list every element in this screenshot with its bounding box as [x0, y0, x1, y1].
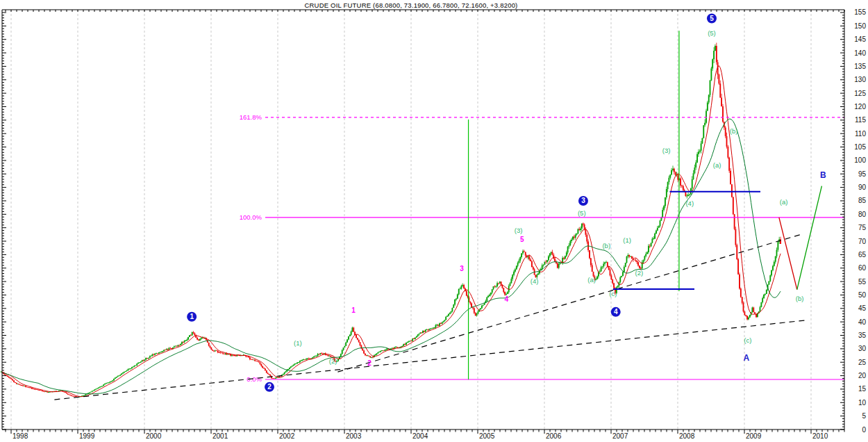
- y-axis-label: 20: [858, 372, 867, 379]
- y-axis-label: 145: [854, 35, 866, 43]
- wave-circle-number: 3: [581, 197, 585, 204]
- up-candle-bodies: [1, 46, 780, 398]
- y-axis-label: 40: [858, 318, 867, 326]
- subwave-label: (c): [744, 336, 751, 344]
- subwave-label: (5): [578, 209, 586, 217]
- subwave-label: (4): [685, 199, 694, 207]
- subwave-label: (a): [587, 276, 596, 284]
- minor-wave-number: 1: [351, 306, 356, 314]
- minor-wave-number: 5: [520, 236, 524, 243]
- wave-circle-number: 4: [614, 308, 618, 316]
- y-axis-label: 35: [858, 332, 867, 339]
- subwave-label: (b): [796, 295, 804, 302]
- fib-label: 161.8%: [240, 113, 262, 121]
- subwave-label: (2): [635, 269, 644, 277]
- y-axis-label: 85: [858, 197, 867, 204]
- y-axis-label: 105: [854, 143, 866, 151]
- subwave-label: (1): [294, 339, 302, 347]
- y-axis-label: 135: [854, 63, 866, 70]
- y-axis-label: 75: [858, 224, 867, 231]
- forecast-line: [797, 186, 822, 290]
- y-axis-label: 0: [862, 426, 866, 434]
- subwave-label: (2): [329, 357, 337, 365]
- x-axis-label: 1999: [79, 432, 95, 440]
- subwave-label: (a): [780, 198, 788, 206]
- y-axis-label: 100: [854, 156, 866, 164]
- y-axis-label: 95: [858, 170, 867, 178]
- wave-circle-number: 1: [190, 313, 194, 320]
- y-axis-label: 30: [858, 345, 867, 352]
- forecast-line: [779, 218, 797, 290]
- subwave-label: (5): [708, 29, 716, 37]
- subwave-label: (b): [730, 127, 738, 135]
- y-axis-label: 150: [854, 22, 866, 30]
- y-axis-label: 10: [858, 399, 867, 407]
- x-axis-label: 2006: [546, 432, 562, 440]
- x-axis-label: 2005: [479, 432, 495, 440]
- minor-wave-number: 2: [367, 359, 372, 367]
- y-axis-label: 5: [862, 412, 866, 420]
- subwave-label: (a): [713, 161, 721, 169]
- y-axis-label: 25: [858, 359, 867, 366]
- y-axis-label: 45: [858, 304, 867, 312]
- minor-wave-number: 3: [460, 265, 464, 272]
- down-candle-wicks: [2, 43, 781, 398]
- wave-letter: A: [744, 353, 750, 363]
- x-axis-label: 2004: [412, 432, 428, 440]
- x-axis-label: 2003: [346, 432, 362, 440]
- wave-circle-number: 2: [267, 383, 272, 391]
- x-axis-label: 2010: [812, 432, 828, 440]
- slow-ma-line: [3, 119, 781, 394]
- y-axis-label: 90: [858, 183, 867, 191]
- y-axis-label: 140: [854, 49, 866, 57]
- y-axis-label: 130: [854, 76, 866, 83]
- x-axis-label: 1998: [12, 432, 28, 440]
- y-axis-label: 65: [858, 251, 867, 259]
- wave-circle-number: 5: [710, 15, 714, 22]
- y-axis-label: 80: [858, 211, 867, 218]
- subwave-label: (b): [602, 242, 610, 249]
- x-axis-label: 2007: [612, 432, 628, 440]
- y-axis-label: 50: [858, 291, 867, 299]
- x-axis-label: 2009: [746, 432, 762, 440]
- subwave-label: (3): [662, 147, 671, 154]
- minor-wave-number: 4: [504, 295, 508, 303]
- x-axis-label: 2008: [679, 432, 695, 440]
- x-axis-label: 2001: [212, 432, 228, 440]
- trendline: [337, 234, 801, 372]
- y-axis-label: 125: [854, 90, 866, 97]
- subwave-label: (4): [531, 277, 539, 285]
- wave-letter: B: [820, 170, 826, 180]
- trendline: [54, 320, 806, 400]
- y-axis-label: 15: [858, 385, 867, 393]
- chart-title: CRUDE OIL FUTURE (68.0800, 73.1900, 66.7…: [0, 1, 822, 9]
- y-axis-label: 155: [854, 8, 866, 16]
- fast-ma-line: [3, 66, 781, 397]
- y-axis-label: 115: [855, 116, 866, 124]
- price-chart-canvas[interactable]: 161.8%100.0%0.0%(1)(2)(3)(4)(5)(a)(b)(c)…: [0, 0, 868, 442]
- subwave-label: (1): [623, 236, 631, 244]
- up-candle-wicks: [1, 44, 780, 398]
- fib-label: 100.0%: [240, 213, 262, 221]
- y-axis-label: 110: [855, 130, 866, 138]
- x-axis-label: 2000: [146, 432, 162, 440]
- y-axis-label: 55: [858, 278, 867, 286]
- subwave-label: (c): [609, 290, 617, 297]
- chart-window: CRUDE OIL FUTURE (68.0800, 73.1900, 66.7…: [0, 0, 868, 442]
- subwave-label: (3): [515, 227, 523, 234]
- y-axis-label: 60: [858, 264, 867, 272]
- y-axis-label: 120: [854, 103, 866, 110]
- x-axis-label: 2002: [279, 432, 295, 440]
- y-axis-label: 70: [858, 238, 867, 245]
